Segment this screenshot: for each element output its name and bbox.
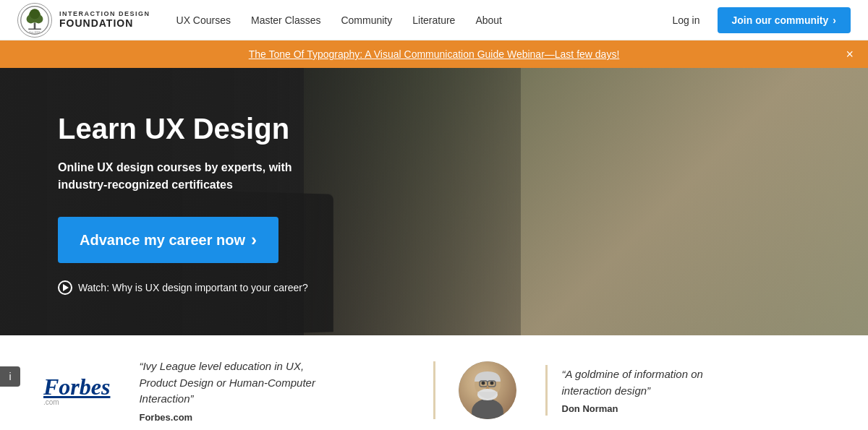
hero-content: Learn UX Design Online UX design courses…	[0, 68, 405, 295]
cta-chevron-icon: ›	[251, 230, 257, 250]
svg-point-11	[490, 382, 493, 385]
svg-point-10	[481, 382, 485, 385]
logo[interactable]: Est. 2002 INTERACTION DESIGN FOUNDATION	[17, 3, 150, 38]
logo-icon: Est. 2002	[17, 3, 52, 38]
forbes-logo: Forbes	[43, 375, 110, 398]
forbes-proof: Forbes .com “Ivy League level education …	[43, 358, 410, 423]
forbes-quote-area: “Ivy League level education in UX, Produ…	[139, 358, 327, 423]
logo-text: INTERACTION DESIGN FOUNDATION	[59, 11, 150, 29]
don-norman-proof: “A goldmine of information on interactio…	[459, 361, 825, 419]
nav-links: UX Courses Master Classes Community Lite…	[168, 9, 664, 32]
svg-point-5	[30, 9, 40, 19]
join-label: Join our community	[732, 14, 829, 26]
nav-item-literature[interactable]: Literature	[404, 9, 464, 32]
nav-actions: Log in Join our community ›	[663, 7, 851, 33]
hero-section: Learn UX Design Online UX design courses…	[0, 68, 868, 335]
don-norman-divider	[545, 365, 548, 416]
social-proof-section: Forbes .com “Ivy League level education …	[0, 335, 868, 430]
forbes-quote: “Ivy League level education in UX, Produ…	[139, 358, 327, 408]
logo-line2: FOUNDATION	[59, 18, 150, 29]
nav-item-community[interactable]: Community	[332, 9, 401, 32]
forbes-source: Forbes.com	[139, 412, 327, 423]
play-triangle-icon	[63, 284, 69, 291]
forbes-logo-wrapper: Forbes .com	[43, 375, 124, 406]
nav-item-master-classes[interactable]: Master Classes	[242, 9, 329, 32]
cta-button[interactable]: Advance my career now ›	[58, 217, 278, 263]
don-norman-quote-area: “A goldmine of information on interactio…	[562, 366, 750, 414]
don-norman-photo	[459, 361, 516, 419]
svg-point-9	[472, 399, 503, 419]
announcement-link[interactable]: The Tone Of Typography: A Visual Communi…	[249, 48, 620, 60]
info-button[interactable]: i	[0, 366, 20, 387]
close-announcement-button[interactable]: ×	[846, 47, 854, 62]
join-chevron-icon: ›	[833, 14, 836, 26]
don-norman-quote: “A goldmine of information on interactio…	[562, 366, 750, 399]
proof-divider	[433, 361, 435, 419]
avatar	[459, 361, 516, 419]
forbes-com-label: .com	[43, 398, 59, 406]
nav-item-ux-courses[interactable]: UX Courses	[168, 9, 239, 32]
announcement-bar: The Tone Of Typography: A Visual Communi…	[0, 40, 868, 68]
nav-item-about[interactable]: About	[467, 9, 511, 32]
hero-subtitle: Online UX design courses by experts, wit…	[58, 159, 405, 194]
svg-text:Est. 2002: Est. 2002	[30, 30, 41, 33]
svg-rect-1	[34, 22, 36, 29]
join-button[interactable]: Join our community ›	[718, 7, 851, 33]
watch-label: Watch: Why is UX design important to you…	[78, 282, 308, 293]
hero-title: Learn UX Design	[58, 111, 405, 146]
don-norman-name: Don Norman	[562, 403, 750, 414]
cta-label: Advance my career now	[80, 232, 245, 249]
navbar: Est. 2002 INTERACTION DESIGN FOUNDATION …	[0, 0, 868, 40]
watch-video-link[interactable]: Watch: Why is UX design important to you…	[58, 280, 405, 295]
play-icon	[58, 280, 72, 295]
login-button[interactable]: Log in	[663, 9, 708, 32]
